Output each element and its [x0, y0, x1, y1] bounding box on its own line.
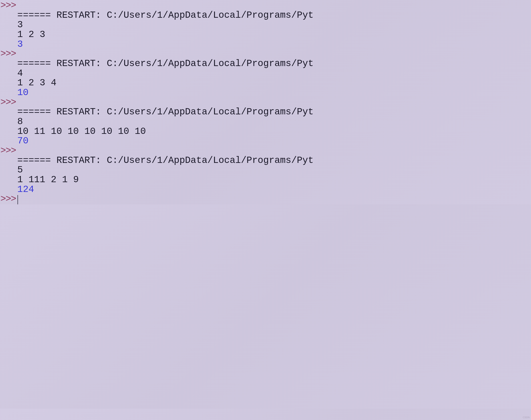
restart-line: ====== RESTART: C:/Users/1/AppData/Local… — [0, 59, 531, 69]
output-value: 10 — [17, 88, 28, 98]
input-line: 3 — [0, 20, 531, 30]
output-line: 124 — [0, 185, 531, 195]
prompt-line: >>> — [0, 146, 531, 156]
input-line: 1 111 2 1 9 — [0, 175, 531, 185]
prompt-line: >>> — [0, 98, 531, 107]
input-n: 4 — [17, 69, 23, 78]
output-value: 70 — [17, 136, 28, 146]
restart-line: ====== RESTART: C:/Users/1/AppData/Local… — [0, 11, 531, 20]
restart-line: ====== RESTART: C:/Users/1/AppData/Local… — [0, 156, 531, 165]
prompt-symbol: >>> — [0, 194, 17, 204]
blank-content — [17, 1, 23, 11]
input-values: 1 2 3 4 — [17, 78, 56, 88]
input-n: 3 — [17, 20, 23, 30]
input-n: 8 — [17, 117, 23, 127]
restart-text: ====== RESTART: C:/Users/1/AppData/Local… — [17, 107, 314, 117]
output-line: 70 — [0, 136, 531, 146]
output-line: 10 — [0, 88, 531, 98]
prompt-symbol: >>> — [0, 146, 17, 156]
input-n: 5 — [17, 165, 23, 175]
input-line: 1 2 3 4 — [0, 78, 531, 88]
input-line: 10 11 10 10 10 10 10 10 — [0, 127, 531, 136]
output-value: 3 — [17, 40, 23, 49]
input-line: 4 — [0, 69, 531, 78]
input-values: 10 11 10 10 10 10 10 10 — [17, 127, 146, 136]
input-line: 5 — [0, 165, 531, 175]
input-values: 1 111 2 1 9 — [17, 175, 79, 185]
blank-content — [17, 98, 23, 107]
prompt-symbol: >>> — [0, 1, 17, 11]
prompt-line-active[interactable]: >>> — [0, 194, 531, 204]
text-cursor-icon — [17, 195, 18, 204]
blank-content — [17, 49, 23, 59]
input-line: 8 — [0, 117, 531, 127]
restart-text: ====== RESTART: C:/Users/1/AppData/Local… — [17, 11, 314, 20]
restart-line: ====== RESTART: C:/Users/1/AppData/Local… — [0, 107, 531, 117]
output-value: 124 — [17, 185, 34, 195]
output-line: 3 — [0, 40, 531, 49]
restart-text: ====== RESTART: C:/Users/1/AppData/Local… — [17, 59, 314, 69]
restart-text: ====== RESTART: C:/Users/1/AppData/Local… — [17, 156, 314, 165]
input-values: 1 2 3 — [17, 30, 45, 40]
blank-content — [17, 146, 23, 156]
prompt-symbol: >>> — [0, 98, 17, 107]
prompt-line: >>> — [0, 1, 531, 11]
prompt-line: >>> — [0, 49, 531, 59]
prompt-symbol: >>> — [0, 49, 17, 59]
shell-input[interactable] — [17, 194, 18, 204]
input-line: 1 2 3 — [0, 30, 531, 40]
